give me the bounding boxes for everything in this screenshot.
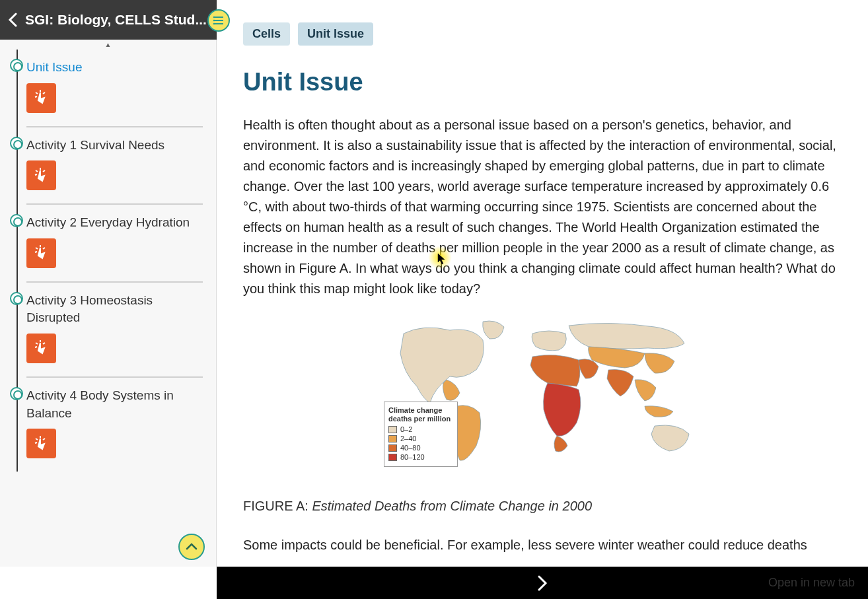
legend-row: 80–120 — [388, 453, 451, 461]
legend-swatch-icon — [388, 454, 397, 461]
toc-item-label[interactable]: Activity 4 Body Systems in Balance — [26, 387, 203, 422]
legend-title: Climate changedeaths per million — [388, 406, 451, 423]
paragraph-1: Health is often thought about as a perso… — [243, 115, 842, 299]
svg-line-15 — [36, 248, 38, 249]
toc-item-activity-2[interactable]: Activity 2 Everyday Hydration — [26, 205, 203, 283]
svg-line-17 — [35, 252, 37, 252]
collapse-sidebar-button[interactable] — [178, 534, 205, 560]
page-title: Unit Issue — [243, 68, 842, 96]
toc-item-label[interactable]: Activity 3 Homeostasis Disrupted — [26, 292, 203, 327]
svg-point-5 — [213, 23, 215, 25]
scroll-up-indicator: ▲ — [0, 40, 216, 50]
svg-line-23 — [36, 439, 38, 440]
book-header: SGI: Biology, CELLS Stud... — [0, 0, 217, 40]
interactive-badge-icon[interactable] — [26, 83, 56, 113]
footer-nav: Open in new tab — [217, 567, 868, 599]
main-content[interactable]: Cells Unit Issue Unit Issue Health is of… — [217, 0, 868, 567]
toc-item-activity-4[interactable]: Activity 4 Body Systems in Balance — [26, 378, 203, 472]
toc-sidebar[interactable]: ▲ Unit Issue Activity 1 Survival Needs A… — [0, 40, 217, 567]
back-button[interactable] — [8, 13, 17, 27]
svg-line-25 — [35, 442, 37, 443]
toc-marker-icon — [10, 59, 23, 72]
toc-item-label[interactable]: Activity 1 Survival Needs — [26, 137, 203, 155]
svg-line-20 — [43, 343, 45, 344]
toc-item-activity-3[interactable]: Activity 3 Homeostasis Disrupted — [26, 283, 203, 378]
toc-list: Unit Issue Activity 1 Survival Needs Act… — [0, 50, 216, 472]
legend-row: 0–2 — [388, 425, 451, 433]
svg-line-13 — [35, 174, 37, 175]
toc-item-label[interactable]: Activity 2 Everyday Hydration — [26, 214, 203, 232]
svg-point-4 — [213, 20, 215, 22]
breadcrumb: Cells Unit Issue — [243, 22, 842, 46]
interactive-badge-icon[interactable] — [26, 334, 56, 363]
legend-swatch-icon — [388, 435, 397, 442]
breadcrumb-cells[interactable]: Cells — [243, 22, 290, 46]
toc-marker-icon — [10, 214, 23, 227]
svg-line-16 — [43, 248, 45, 249]
svg-line-7 — [36, 92, 38, 94]
toc-marker-icon — [10, 137, 23, 150]
map-legend: Climate changedeaths per million 0–2 2–4… — [384, 402, 458, 467]
toc-toggle-button[interactable] — [207, 9, 230, 32]
interactive-badge-icon[interactable] — [26, 238, 56, 268]
next-page-button[interactable] — [536, 574, 548, 592]
toc-item-unit-issue[interactable]: Unit Issue — [26, 50, 203, 127]
svg-line-21 — [35, 347, 37, 347]
legend-row: 2–40 — [388, 435, 451, 442]
svg-point-3 — [213, 17, 215, 18]
svg-line-11 — [36, 170, 38, 172]
toc-item-label[interactable]: Unit Issue — [26, 59, 203, 77]
svg-line-8 — [43, 92, 45, 94]
svg-line-24 — [43, 439, 45, 440]
legend-swatch-icon — [388, 426, 397, 433]
svg-line-19 — [36, 343, 38, 344]
svg-line-9 — [35, 96, 37, 97]
legend-swatch-icon — [388, 444, 397, 452]
svg-line-12 — [43, 170, 45, 172]
toc-marker-icon — [10, 292, 23, 305]
legend-row: 40–80 — [388, 444, 451, 452]
figure-a: Climate changedeaths per million 0–2 2–4… — [243, 314, 842, 475]
toc-marker-icon — [10, 387, 23, 400]
interactive-badge-icon[interactable] — [26, 429, 56, 458]
world-map-image: Climate changedeaths per million 0–2 2–4… — [384, 314, 701, 472]
paragraph-2: Some impacts could be beneficial. For ex… — [243, 535, 842, 555]
figure-caption: FIGURE A: Estimated Deaths from Climate … — [243, 499, 842, 514]
book-title: SGI: Biology, CELLS Stud... — [25, 12, 207, 28]
toc-item-activity-1[interactable]: Activity 1 Survival Needs — [26, 127, 203, 205]
interactive-badge-icon[interactable] — [26, 160, 56, 190]
breadcrumb-unit-issue[interactable]: Unit Issue — [298, 22, 373, 46]
open-new-tab-link[interactable]: Open in new tab — [768, 576, 855, 590]
